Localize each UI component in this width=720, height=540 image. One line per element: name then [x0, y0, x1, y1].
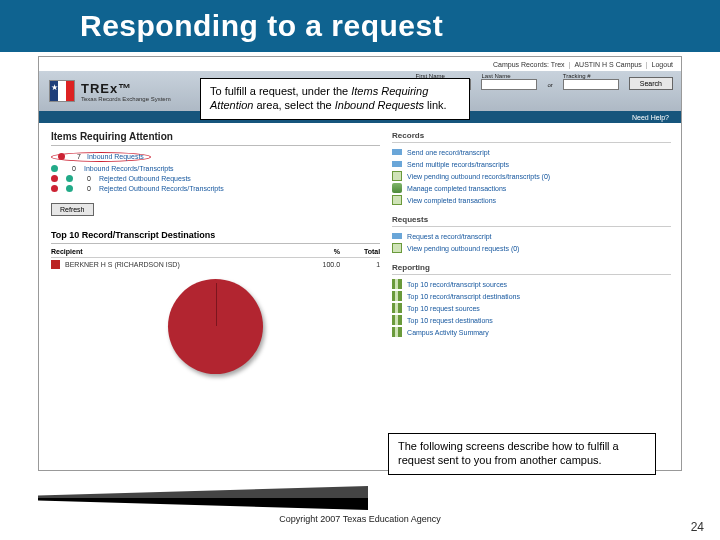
attention-row-inbound-requests: 7 Inbound Requests: [51, 152, 380, 162]
mail-icon: [392, 159, 402, 169]
context-campus: AUSTIN H S Campus: [574, 61, 641, 68]
callout-text: area, select the: [253, 99, 334, 111]
callout-em: Inbound Requests: [335, 99, 424, 111]
callout-text: link.: [424, 99, 447, 111]
list-item[interactable]: Manage completed transactions: [392, 183, 671, 193]
attention-row: 0 Inbound Records/Transcripts: [51, 165, 380, 172]
separator: |: [646, 61, 648, 68]
list-item[interactable]: View pending outbound requests (0): [392, 243, 671, 253]
link-text: Top 10 request sources: [407, 305, 480, 312]
or-label: or: [547, 82, 552, 90]
records-section: Records Send one record/transcript Send …: [392, 131, 671, 205]
brand-name: TREx™: [81, 81, 171, 96]
attention-title: Items Requiring Attention: [51, 131, 380, 146]
left-column: Items Requiring Attention 7 Inbound Requ…: [39, 123, 392, 443]
status-dot-icon: [66, 185, 73, 192]
context-label: Campus Records: Trex: [493, 61, 565, 68]
list-item[interactable]: Send one record/transcript: [392, 147, 671, 157]
tracking-field: Tracking #: [563, 73, 619, 90]
doc-icon: [392, 171, 402, 181]
records-title: Records: [392, 131, 671, 143]
status-dot-icon: [51, 185, 58, 192]
link-text: Top 10 record/transcript destinations: [407, 293, 520, 300]
list-item[interactable]: Top 10 record/transcript destinations: [392, 291, 671, 301]
inbound-requests-link[interactable]: Inbound Requests: [87, 153, 144, 160]
status-dot-icon: [51, 175, 58, 182]
chart-icon: [392, 303, 402, 313]
table-row: BERKNER H S (RICHARDSON ISD) 100.0 1: [51, 258, 380, 271]
count: 0: [81, 185, 91, 192]
list-item[interactable]: Campus Activity Summary: [392, 327, 671, 337]
reporting-title: Reporting: [392, 263, 671, 275]
callout-bottom: The following screens describe how to fu…: [388, 433, 656, 475]
link-text: View pending outbound requests (0): [407, 245, 519, 252]
pie-chart: [168, 279, 263, 374]
attention-link[interactable]: Inbound Records/Transcripts: [84, 165, 174, 172]
count: 0: [66, 165, 76, 172]
count: 0: [81, 175, 91, 182]
attention-row: 0 Rejected Outbound Requests: [51, 175, 380, 182]
chart-icon: [392, 279, 402, 289]
link-text: Manage completed transactions: [407, 185, 506, 192]
last-name-field: Last Name: [481, 73, 537, 90]
col-total: Total: [340, 248, 380, 255]
mail-icon: [392, 231, 402, 241]
color-swatch-icon: [51, 260, 60, 269]
status-dot-icon: [58, 153, 65, 160]
slide-title-bar: Responding to a request: [0, 0, 720, 52]
refresh-button[interactable]: Refresh: [51, 203, 94, 216]
link-text: Top 10 record/transcript sources: [407, 281, 507, 288]
decorative-wedge: [38, 486, 368, 510]
col-recipient: Recipient: [51, 248, 300, 255]
callout-text: To fulfill a request, under the: [210, 85, 351, 97]
tracking-input[interactable]: [563, 79, 619, 90]
callout-text: The following screens describe how to fu…: [398, 440, 619, 466]
link-text: View completed transactions: [407, 197, 496, 204]
reporting-section: Reporting Top 10 record/transcript sourc…: [392, 263, 671, 337]
list-item[interactable]: Top 10 record/transcript sources: [392, 279, 671, 289]
link-text: View pending outbound records/transcript…: [407, 173, 550, 180]
recipient-name: BERKNER H S (RICHARDSON ISD): [65, 261, 300, 268]
recipient-total: 1: [340, 261, 380, 268]
main-content: Items Requiring Attention 7 Inbound Requ…: [39, 123, 681, 443]
search-button[interactable]: Search: [629, 77, 673, 90]
slide-title: Responding to a request: [80, 9, 443, 43]
link-text: Top 10 request destinations: [407, 317, 493, 324]
list-item[interactable]: Top 10 request destinations: [392, 315, 671, 325]
chart-icon: [392, 327, 402, 337]
last-name-input[interactable]: [481, 79, 537, 90]
requests-section: Requests Request a record/transcript Vie…: [392, 215, 671, 253]
texas-flag-icon: [49, 80, 75, 102]
attention-link[interactable]: Rejected Outbound Requests: [99, 175, 191, 182]
list-item[interactable]: Top 10 request sources: [392, 303, 671, 313]
list-item[interactable]: View completed transactions: [392, 195, 671, 205]
copyright: Copyright 2007 Texas Education Agency: [0, 514, 720, 524]
attention-row: 0 Rejected Outbound Records/Transcripts: [51, 185, 380, 192]
chart-icon: [392, 315, 402, 325]
list-item[interactable]: Request a record/transcript: [392, 231, 671, 241]
attention-link[interactable]: Rejected Outbound Records/Transcripts: [99, 185, 224, 192]
link-text: Campus Activity Summary: [407, 329, 489, 336]
status-dot-icon: [66, 175, 73, 182]
brand-subtitle: Texas Records Exchange System: [81, 96, 171, 102]
logo: TREx™ Texas Records Exchange System: [49, 80, 171, 102]
col-pct: %: [300, 248, 340, 255]
status-dot-icon: [51, 165, 58, 172]
database-icon: [392, 183, 402, 193]
help-link[interactable]: Need Help?: [632, 114, 669, 121]
chart-icon: [392, 291, 402, 301]
logout-link[interactable]: Logout: [652, 61, 673, 68]
context-bar: Campus Records: Trex | AUSTIN H S Campus…: [39, 57, 681, 71]
doc-icon: [392, 195, 402, 205]
link-text: Send one record/transcript: [407, 149, 490, 156]
callout-top: To fulfill a request, under the Items Re…: [200, 78, 470, 120]
requests-title: Requests: [392, 215, 671, 227]
right-column: Records Send one record/transcript Send …: [392, 123, 681, 443]
pie-chart-wrap: [51, 279, 380, 374]
count: 7: [71, 153, 81, 160]
recipient-pct: 100.0: [300, 261, 340, 268]
top10-header: Recipient % Total: [51, 248, 380, 258]
list-item[interactable]: Send multiple records/transcripts: [392, 159, 671, 169]
link-text: Request a record/transcript: [407, 233, 491, 240]
list-item[interactable]: View pending outbound records/transcript…: [392, 171, 671, 181]
